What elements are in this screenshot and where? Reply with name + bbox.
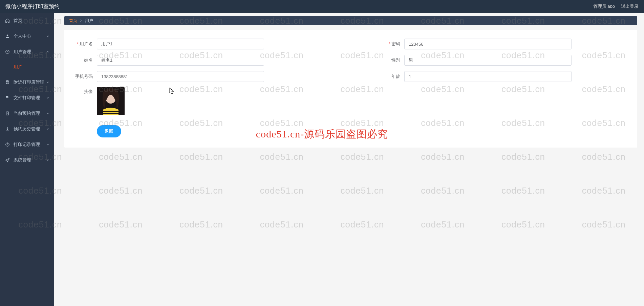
input-gender[interactable] xyxy=(404,55,572,66)
sidebar-sub-user[interactable]: 用户 xyxy=(0,60,54,74)
clipboard-icon xyxy=(5,111,10,116)
breadcrumb-sep: > xyxy=(80,18,82,23)
chevron-down-icon xyxy=(46,143,49,146)
sidebar-item-current-resv[interactable]: 当前预约管理 xyxy=(0,106,54,121)
app-title: 微信小程序打印室预约 xyxy=(5,3,60,10)
header-actions: 管理员 abo 退出登录 xyxy=(593,3,639,9)
sidebar-item-nearby-print[interactable]: 附近打印店管理 xyxy=(0,74,54,90)
input-age[interactable] xyxy=(404,71,572,82)
sidebar-item-personal[interactable]: 个人中心 xyxy=(0,28,54,44)
chevron-down-icon xyxy=(46,112,49,115)
sidebar-item-file-print[interactable]: 文件打印管理 xyxy=(0,90,54,106)
chevron-down-icon xyxy=(46,127,49,131)
input-name[interactable] xyxy=(97,55,264,66)
chevron-down-icon xyxy=(46,96,49,100)
sidebar-label-resv-history: 预约历史管理 xyxy=(14,126,40,132)
svg-rect-3 xyxy=(7,81,8,82)
back-button[interactable]: 返回 xyxy=(97,125,121,137)
label-phone: 手机号码 xyxy=(71,73,97,80)
home-icon xyxy=(5,18,10,23)
app-header: 微信小程序打印室预约 管理员 abo 退出登录 xyxy=(0,0,644,13)
gauge-icon xyxy=(5,49,10,54)
sidebar-label-print-log: 打印记录管理 xyxy=(14,141,40,148)
svg-point-0 xyxy=(7,35,8,36)
label-avatar: 头像 xyxy=(71,87,97,95)
sidebar-item-resv-history[interactable]: 预约历史管理 xyxy=(0,121,54,137)
input-password[interactable] xyxy=(404,39,572,49)
sidebar-item-print-log[interactable]: 打印记录管理 xyxy=(0,137,54,152)
chevron-down-icon xyxy=(46,81,49,84)
logout-link[interactable]: 退出登录 xyxy=(621,3,639,9)
avatar-image[interactable] xyxy=(97,87,125,115)
breadcrumb: 首页 > 用户 xyxy=(64,16,637,25)
sidebar-label-user-mgmt: 用户管理 xyxy=(14,49,31,55)
chevron-down-icon xyxy=(46,158,49,162)
label-gender: 性别 xyxy=(380,57,404,63)
user-icon xyxy=(5,34,10,39)
download-icon xyxy=(5,126,10,132)
sidebar-label-nearby-print: 附近打印店管理 xyxy=(14,79,44,85)
sidebar: 首页 个人中心 用户管理 用户 附近打印店管理 文件打印管理 xyxy=(0,13,54,306)
sidebar-item-user-mgmt[interactable]: 用户管理 xyxy=(0,44,54,60)
printer-icon xyxy=(5,80,10,85)
label-username: *用户名 xyxy=(71,41,97,47)
flag-icon xyxy=(5,95,10,101)
admin-label[interactable]: 管理员 abo xyxy=(593,3,615,9)
chevron-down-icon xyxy=(46,35,49,38)
breadcrumb-current: 用户 xyxy=(85,18,93,24)
svg-rect-10 xyxy=(103,113,119,114)
input-username[interactable] xyxy=(97,39,264,49)
sidebar-label-system: 系统管理 xyxy=(14,157,31,163)
sidebar-item-system[interactable]: 系统管理 xyxy=(0,152,54,168)
label-age: 年龄 xyxy=(380,73,404,80)
form-panel: *用户名 *密码 姓名 性别 手机号码 年龄 xyxy=(64,30,637,148)
nav-icon xyxy=(5,157,10,163)
breadcrumb-home[interactable]: 首页 xyxy=(69,18,77,24)
power-icon xyxy=(5,142,10,147)
sidebar-label-home: 首页 xyxy=(14,18,22,24)
sidebar-label-current-resv: 当前预约管理 xyxy=(14,110,40,116)
sidebar-label-file-print: 文件打印管理 xyxy=(14,95,40,101)
main-content: 首页 > 用户 *用户名 *密码 姓名 性别 xyxy=(54,13,644,306)
label-name: 姓名 xyxy=(71,57,97,63)
chevron-up-icon xyxy=(46,50,49,53)
input-phone[interactable] xyxy=(97,71,264,82)
svg-rect-9 xyxy=(103,111,119,112)
sidebar-item-home[interactable]: 首页 xyxy=(0,13,54,28)
sidebar-label-personal: 个人中心 xyxy=(14,33,31,39)
label-password: *密码 xyxy=(380,41,404,47)
